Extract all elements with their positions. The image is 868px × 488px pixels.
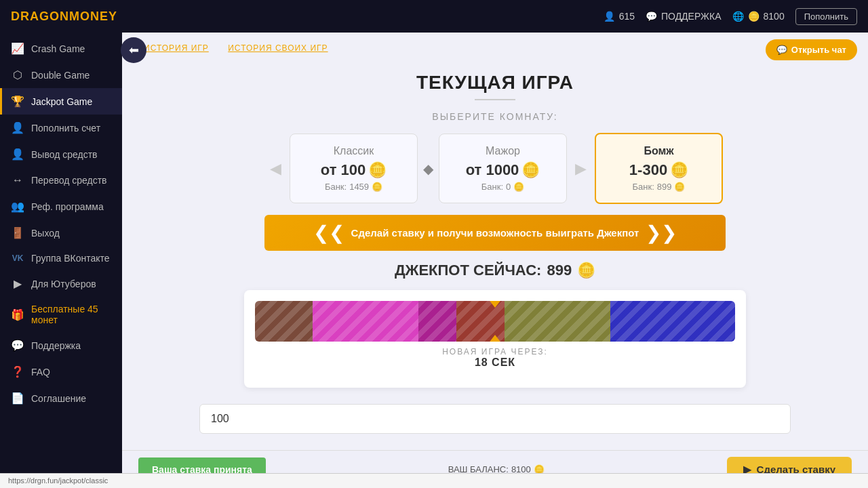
ref-icon: 👥	[11, 200, 24, 213]
withdraw-icon: 👤	[11, 148, 24, 161]
sidebar-item-ref[interactable]: 👥 Реф. программа	[0, 193, 122, 220]
balance-amount: 8100	[764, 11, 785, 22]
room-klassik-bank: Банк: 1459 🪙	[307, 182, 401, 192]
main-content: 💬 Открыть чат ИСТОРИЯ ИГР ИСТОРИЯ СВОИХ …	[122, 33, 868, 488]
vk-icon: VK	[11, 253, 24, 263]
room-arrow-right[interactable]: ▶	[570, 155, 592, 183]
bet-input[interactable]	[199, 404, 791, 434]
sidebar-item-faq[interactable]: ❓ FAQ	[0, 359, 122, 385]
reel-segment-6	[610, 301, 735, 342]
jackpot-game-icon: 🏆	[11, 95, 24, 108]
support-link[interactable]: 💬 ПОДДЕРЖКА	[646, 11, 722, 22]
major-coin: 🪙	[521, 161, 540, 179]
header-user: 👤 615	[604, 11, 635, 22]
sidebar-label-double: Double Game	[31, 70, 90, 81]
sidebar-label-logout: Выход	[31, 228, 60, 239]
sidebar-item-logout[interactable]: 🚪 Выход	[0, 220, 122, 246]
youtube-icon: ▶	[11, 277, 24, 290]
transfer-icon: ↔	[11, 174, 24, 186]
major-bank-coin: 🪙	[513, 182, 524, 192]
new-game-section: НОВАЯ ИГРА ЧЕРЕЗ: 18 СЕК	[255, 342, 735, 377]
jackpot-now: ДЖЕКПОТ СЕЙЧАС: 899 🪙	[122, 262, 868, 279]
room-bomzh-range: 1-300 🪙	[612, 161, 705, 179]
timer-value: 18 СЕК	[255, 357, 735, 369]
game-title: ТЕКУЩАЯ ИГРА	[122, 58, 868, 99]
jackpot-value: 899	[547, 262, 572, 279]
agreement-icon: 📄	[11, 392, 24, 405]
reel-pointer-bottom	[486, 335, 505, 342]
diamond-icon: ◆	[420, 161, 436, 177]
room-major-bank: Банк: 0 🪙	[456, 182, 550, 192]
sidebar-item-support[interactable]: 💬 Поддержка	[0, 332, 122, 359]
sidebar-item-youtubers[interactable]: ▶ Для Ютуберов	[0, 270, 122, 297]
banner-chevron-right: ❯❯	[646, 222, 677, 244]
topup-button[interactable]: Пополнить	[795, 8, 857, 25]
header-right: 👤 615 💬 ПОДДЕРЖКА 🌐 🪙 8100 Пополнить	[604, 8, 857, 25]
sidebar-label-faq: FAQ	[31, 367, 50, 378]
free-coins-icon: 🎁	[11, 308, 24, 321]
bet-section	[183, 399, 807, 439]
sidebar-item-withdraw[interactable]: 👤 Вывод средств	[0, 141, 122, 167]
sidebar-label-support: Поддержка	[31, 340, 81, 351]
back-button[interactable]: ⬅	[121, 37, 146, 63]
sidebar-item-jackpot-game[interactable]: 🏆 Jackpot Game	[0, 88, 122, 115]
bomzh-coin: 🪙	[670, 161, 688, 179]
topup-icon: 👤	[11, 121, 24, 134]
sidebar-label-agreement: Соглашение	[31, 393, 86, 404]
history-tabs: ИСТОРИЯ ИГР ИСТОРИЯ СВОИХ ИГР	[122, 33, 868, 58]
banner-text: Сделай ставку и получи возможность выигр…	[351, 227, 639, 239]
logout-icon: 🚪	[11, 226, 24, 239]
sidebar-item-double-game[interactable]: ⬡ Double Game	[0, 62, 122, 88]
sidebar-label-vk: Группа ВКонтакте	[31, 253, 110, 264]
rooms-wrapper: ◀ Классик от 100 🪙 Банк: 1459 🪙 ◆ Мажор	[264, 133, 726, 204]
url-text: https://drgn.fun/jackpot/classic	[8, 476, 108, 485]
sidebar-item-free-coins[interactable]: 🎁 Бесплатные 45 монет	[0, 297, 122, 332]
reel-segment-2	[313, 301, 418, 342]
url-bar: https://drgn.fun/jackpot/classic	[0, 473, 868, 488]
my-history-tab[interactable]: ИСТОРИЯ СВОИХ ИГР	[222, 41, 333, 58]
klassik-coin: 🪙	[368, 161, 387, 179]
banner-chevron-left: ❮❮	[313, 222, 344, 244]
sidebar: 📈 Crash Game ⬡ Double Game 🏆 Jackpot Gam…	[0, 33, 122, 488]
new-game-label: НОВАЯ ИГРА ЧЕРЕЗ:	[255, 347, 735, 357]
chat-icon: 💬	[776, 45, 787, 55]
game-history-tab[interactable]: ИСТОРИЯ ИГР	[138, 41, 214, 58]
back-icon: ⬅	[129, 43, 139, 58]
sidebar-item-agreement[interactable]: 📄 Соглашение	[0, 385, 122, 411]
reel-segment-3	[418, 301, 457, 342]
faq-icon: ❓	[11, 365, 24, 378]
crash-game-icon: 📈	[11, 42, 24, 55]
room-bomzh[interactable]: Бомж 1-300 🪙 Банк: 899 🪙	[595, 133, 723, 204]
jackpot-coin: 🪙	[577, 262, 595, 279]
sidebar-item-topup[interactable]: 👤 Пополнить счет	[0, 115, 122, 141]
room-bomzh-bank: Банк: 899 🪙	[612, 182, 705, 192]
sidebar-item-crash-game[interactable]: 📈 Crash Game	[0, 35, 122, 62]
body-wrap: 📈 Crash Game ⬡ Double Game 🏆 Jackpot Gam…	[0, 33, 868, 488]
sidebar-item-transfer[interactable]: ↔ Перевод средств	[0, 167, 122, 193]
support-sidebar-icon: 💬	[11, 339, 24, 352]
reel-segment-5	[505, 301, 610, 342]
open-chat-button[interactable]: 💬 Открыть чат	[766, 39, 857, 60]
sidebar-label-ref: Реф. программа	[31, 201, 104, 212]
jackpot-banner: ❮❮ Сделай ставку и получи возможность вы…	[264, 215, 726, 251]
header: DRAGONMONEY 👤 615 💬 ПОДДЕРЖКА 🌐 🪙 8100 П…	[0, 0, 868, 33]
globe-icon: 🌐	[732, 11, 744, 22]
sidebar-label-youtube: Для Ютуберов	[31, 279, 96, 289]
bomzh-bank-coin: 🪙	[674, 182, 685, 192]
sidebar-item-vk[interactable]: VK Группа ВКонтакте	[0, 246, 122, 270]
reel-container: НОВАЯ ИГРА ЧЕРЕЗ: 18 СЕК	[244, 290, 746, 388]
room-major[interactable]: Мажор от 1000 🪙 Банк: 0 🪙	[439, 134, 567, 203]
sidebar-label-withdraw: Вывод средств	[31, 149, 98, 160]
room-major-range: от 1000 🪙	[456, 161, 550, 179]
header-balance: 🌐 🪙 8100	[732, 11, 785, 22]
sidebar-label-crash: Crash Game	[31, 43, 85, 54]
jackpot-label: ДЖЕКПОТ СЕЙЧАС:	[395, 262, 542, 279]
room-klassik-range: от 100 🪙	[307, 161, 401, 179]
sidebar-label-transfer: Перевод средств	[31, 175, 107, 186]
room-klassik[interactable]: Классик от 100 🪙 Банк: 1459 🪙	[290, 134, 418, 203]
coin-icon: 🪙	[748, 11, 760, 22]
user-icon: 👤	[604, 11, 615, 22]
room-arrow-left[interactable]: ◀	[264, 155, 287, 183]
user-count: 615	[619, 11, 635, 22]
support-label: ПОДДЕРЖКА	[661, 11, 722, 22]
